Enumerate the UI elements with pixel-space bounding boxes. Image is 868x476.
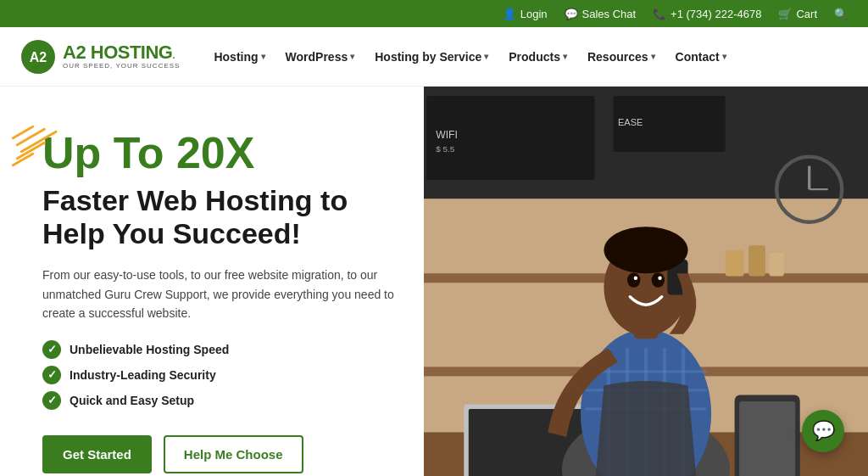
svg-point-28 bbox=[652, 272, 665, 288]
phone-link[interactable]: 📞 +1 (734) 222-4678 bbox=[653, 8, 761, 20]
feature-label-security: Industry-Leading Security bbox=[70, 368, 216, 382]
svg-point-29 bbox=[634, 277, 637, 280]
nav-contact[interactable]: Contact ▾ bbox=[667, 45, 735, 69]
user-icon: 👤 bbox=[503, 8, 516, 20]
nav-products[interactable]: Products ▾ bbox=[500, 45, 576, 69]
hero-buttons: Get Started Help Me Choose bbox=[42, 435, 398, 473]
nav-resources[interactable]: Resources ▾ bbox=[579, 45, 664, 69]
check-icon: ✓ bbox=[42, 366, 61, 384]
hero-headline-main: Faster Web Hosting to Help You Succeed! bbox=[42, 184, 398, 250]
chat-icon: 💬 bbox=[565, 8, 578, 20]
logo-icon: A2 bbox=[20, 39, 56, 75]
hero-section: Up To 20X Faster Web Hosting to Help You… bbox=[0, 87, 868, 476]
float-chat-button[interactable]: 💬 bbox=[802, 410, 844, 452]
sales-chat-label: Sales Chat bbox=[582, 8, 637, 20]
main-nav: Hosting ▾ WordPress ▾ Hosting by Service… bbox=[205, 45, 848, 69]
float-chat-icon: 💬 bbox=[812, 420, 835, 442]
hero-image: WIFI $ 5.5 EASE bbox=[424, 87, 868, 476]
svg-text:WIFI: WIFI bbox=[436, 129, 458, 141]
nav-wordpress[interactable]: WordPress ▾ bbox=[277, 45, 364, 69]
chevron-down-icon: ▾ bbox=[563, 52, 567, 61]
help-me-choose-button[interactable]: Help Me Choose bbox=[164, 435, 303, 473]
feature-list: ✓ Unbelievable Hosting Speed ✓ Industry-… bbox=[42, 340, 398, 410]
svg-text:EASE: EASE bbox=[618, 117, 643, 127]
hero-headline-accent: Up To 20X bbox=[42, 129, 398, 177]
feature-item-setup: ✓ Quick and Easy Setup bbox=[42, 391, 398, 410]
svg-rect-38 bbox=[769, 253, 784, 277]
svg-point-32 bbox=[604, 227, 687, 273]
svg-rect-36 bbox=[726, 250, 744, 277]
phone-label: +1 (734) 222-4678 bbox=[670, 8, 761, 20]
svg-rect-14 bbox=[739, 401, 795, 476]
chevron-down-icon: ▾ bbox=[722, 52, 726, 61]
logo-tagline: OUR SPEED, YOUR SUCCESS bbox=[63, 62, 180, 70]
hero-decoration bbox=[12, 137, 63, 171]
feature-item-speed: ✓ Unbelievable Hosting Speed bbox=[42, 340, 398, 359]
svg-point-30 bbox=[658, 277, 661, 280]
svg-rect-37 bbox=[748, 245, 765, 276]
hero-content: Up To 20X Faster Web Hosting to Help You… bbox=[0, 87, 424, 476]
check-icon: ✓ bbox=[42, 340, 61, 359]
feature-item-security: ✓ Industry-Leading Security bbox=[42, 366, 398, 384]
nav-hosting[interactable]: Hosting ▾ bbox=[205, 45, 273, 69]
sales-chat-link[interactable]: 💬 Sales Chat bbox=[565, 8, 637, 20]
chevron-down-icon: ▾ bbox=[261, 52, 265, 61]
svg-text:$ 5.5: $ 5.5 bbox=[436, 144, 455, 154]
logo-brand: A2 HOSTING. bbox=[63, 43, 180, 62]
get-started-button[interactable]: Get Started bbox=[42, 435, 152, 473]
search-link[interactable]: 🔍 bbox=[834, 8, 848, 20]
chevron-down-icon: ▾ bbox=[651, 52, 655, 61]
logo-text: A2 HOSTING. OUR SPEED, YOUR SUCCESS bbox=[63, 43, 180, 70]
main-header: A2 A2 HOSTING. OUR SPEED, YOUR SUCCESS H… bbox=[0, 27, 868, 87]
svg-text:A2: A2 bbox=[30, 50, 47, 64]
cart-icon: 🛒 bbox=[778, 8, 792, 20]
feature-label-speed: Unbelievable Hosting Speed bbox=[70, 343, 229, 356]
search-icon: 🔍 bbox=[834, 8, 848, 20]
phone-icon: 📞 bbox=[653, 8, 666, 20]
svg-point-27 bbox=[627, 272, 640, 288]
nav-hosting-by-service[interactable]: Hosting by Service ▾ bbox=[366, 45, 497, 69]
cart-link[interactable]: 🛒 Cart bbox=[778, 8, 817, 20]
feature-label-setup: Quick and Easy Setup bbox=[70, 394, 194, 407]
top-bar: 👤 Login 💬 Sales Chat 📞 +1 (734) 222-4678… bbox=[0, 0, 868, 27]
hero-description: From our easy-to-use tools, to our free … bbox=[42, 266, 398, 322]
cart-label: Cart bbox=[796, 8, 817, 20]
login-link[interactable]: 👤 Login bbox=[503, 8, 548, 20]
login-label: Login bbox=[520, 8, 548, 20]
chevron-down-icon: ▾ bbox=[350, 52, 354, 61]
check-icon: ✓ bbox=[42, 391, 61, 410]
chevron-down-icon: ▾ bbox=[484, 52, 488, 61]
logo[interactable]: A2 A2 HOSTING. OUR SPEED, YOUR SUCCESS bbox=[20, 39, 180, 75]
